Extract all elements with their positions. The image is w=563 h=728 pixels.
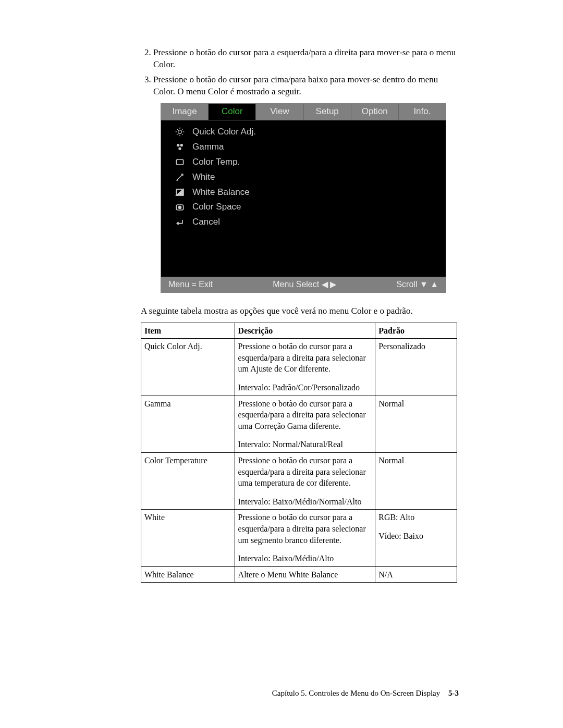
white-balance-icon [173,187,187,198]
page-footer: Capítulo 5. Controles de Menu do On-Scre… [272,688,459,698]
cell-default: Normal [375,453,457,510]
osd-item-label: Quick Color Adj. [192,126,256,138]
cell-desc: Pressione o botão do cursor para a esque… [235,510,375,566]
sun-icon [173,126,187,138]
table-row: White Pressione o botão do cursor para a… [141,510,457,566]
osd-item-color-space: Color Space [161,200,446,215]
osd-item-label: Color Temp. [192,156,240,168]
cell-item: White Balance [141,566,235,583]
osd-screenshot: Image Color View Setup Option Info. Quic… [161,103,446,293]
cell-default: Normal [375,396,457,452]
page-number: 5-3 [448,689,459,697]
step-2-text: Pressione o botão do cursor para a esque… [153,47,456,69]
tab-image: Image [161,104,209,120]
tab-color: Color [209,104,256,120]
osd-item-color-temp: Color Temp. [161,155,446,170]
color-space-icon [173,202,187,213]
osd-item-label: Gamma [192,141,224,153]
chapter-label: Capítulo 5. Controles de Menu do On-Scre… [272,689,440,697]
step-3-text: Pressione o botão do cursor para cima/pa… [153,75,438,96]
manual-page: Pressione o botão do cursor para a esque… [0,0,563,583]
th-desc: Descrição [235,323,375,339]
svg-point-0 [178,130,182,134]
svg-point-9 [177,144,179,146]
osd-item-label: Color Space [192,201,241,213]
cell-item: Gamma [141,396,235,452]
svg-marker-14 [176,189,183,195]
svg-point-11 [178,147,181,150]
table-row: Color Temperature Pressione o botão do c… [141,453,457,510]
osd-footer-left: Menu = Exit [168,279,213,290]
osd-item-white: White [161,170,446,185]
osd-item-cancel: Cancel [161,215,446,230]
cell-desc: Altere o Menu White Balance [235,566,375,583]
color-temp-icon [173,156,187,168]
th-default: Padrão [375,323,457,339]
gamma-icon [173,141,187,153]
tab-setup: Setup [304,104,351,120]
svg-line-6 [182,134,183,135]
return-icon [173,217,187,228]
options-table: Item Descrição Padrão Quick Color Adj. P… [141,323,457,583]
osd-item-gamma: Gamma [161,140,446,155]
svg-line-8 [182,129,183,130]
svg-line-7 [177,134,178,135]
osd-item-label: White Balance [192,187,250,199]
tab-info: Info. [399,104,446,120]
osd-item-label: White [192,171,215,183]
cell-default: RGB: Alto Vídeo: Baixo [375,510,457,566]
osd-footer-right: Scroll ▼ ▲ [396,279,438,290]
step-2: Pressione o botão do cursor para a esque… [153,47,459,71]
table-row: Quick Color Adj. Pressione o botão do cu… [141,339,457,396]
osd-footer-mid: Menu Select ◀ ▶ [273,279,336,290]
osd-body: Quick Color Adj. Gamma Color Temp. White [161,120,446,277]
step-3: Pressione o botão do cursor para cima/pa… [153,74,459,98]
table-intro: A seguinte tabela mostra as opções que v… [141,305,459,317]
svg-line-5 [177,129,178,130]
cell-item: White [141,510,235,566]
th-item: Item [141,323,235,339]
osd-item-white-balance: White Balance [161,185,446,200]
cell-item: Color Temperature [141,453,235,510]
osd-item-quick-color: Quick Color Adj. [161,125,446,140]
white-icon [173,171,187,183]
cell-desc: Pressione o botão do cursor para a esque… [235,453,375,510]
tab-view: View [256,104,303,120]
cell-default: Personalizado [375,339,457,396]
osd-footer: Menu = Exit Menu Select ◀ ▶ Scroll ▼ ▲ [161,277,446,292]
table-row: Gamma Pressione o botão do cursor para a… [141,396,457,452]
svg-rect-12 [176,159,183,165]
step-list: Pressione o botão do cursor para a esque… [141,47,459,98]
osd-tabs: Image Color View Setup Option Info. [161,104,446,120]
cell-desc: Pressione o botão do cursor para a esque… [235,396,375,452]
tab-option: Option [351,104,399,120]
svg-point-10 [180,144,183,146]
cell-default: N/A [375,566,457,583]
cell-item: Quick Color Adj. [141,339,235,396]
svg-point-16 [179,206,181,208]
cell-desc: Pressione o botão do cursor para a esque… [235,339,375,396]
osd-item-label: Cancel [192,216,220,228]
table-row: White Balance Altere o Menu White Balanc… [141,566,457,583]
